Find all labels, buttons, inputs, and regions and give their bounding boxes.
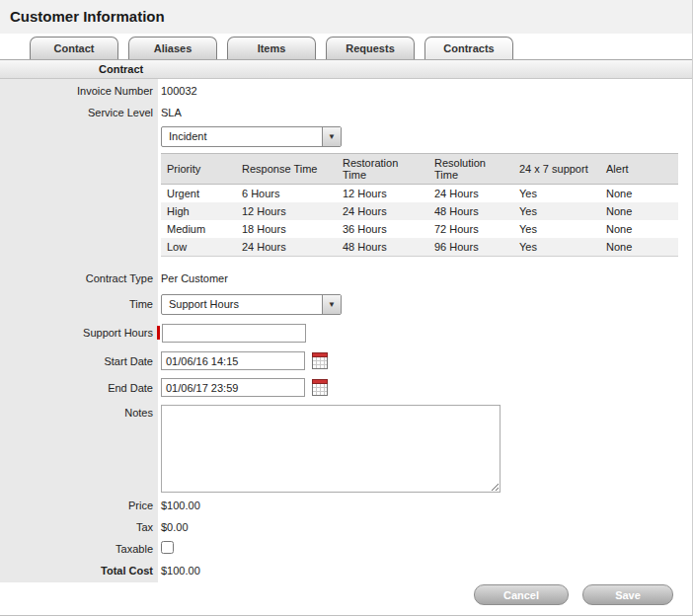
service-level-value: SLA bbox=[161, 107, 182, 118]
tab-bar: Contact Aliases Items Requests Contracts bbox=[30, 37, 513, 59]
tab-contracts[interactable]: Contracts bbox=[424, 37, 513, 59]
total-cost-value: $100.00 bbox=[161, 565, 200, 577]
table-cell: 24 Hours bbox=[236, 238, 337, 257]
cancel-button[interactable]: Cancel bbox=[474, 584, 569, 605]
tab-requests[interactable]: Requests bbox=[326, 37, 415, 59]
table-cell: 48 Hours bbox=[337, 238, 428, 257]
table-cell: Urgent bbox=[161, 185, 236, 203]
invoice-number-label: Invoice Number bbox=[0, 85, 153, 97]
table-cell: 72 Hours bbox=[428, 220, 513, 238]
table-cell: 12 Hours bbox=[337, 185, 428, 203]
table-cell: Yes bbox=[513, 220, 600, 238]
table-cell: Yes bbox=[513, 202, 600, 220]
table-cell: 12 Hours bbox=[236, 202, 337, 220]
table-header-row: Priority Response Time Restoration Time … bbox=[161, 154, 678, 185]
table-cell: 96 Hours bbox=[428, 238, 513, 257]
table-header-cell: Response Time bbox=[236, 154, 337, 185]
end-date-input[interactable] bbox=[161, 378, 305, 397]
table-cell: None bbox=[600, 238, 678, 257]
start-date-input[interactable] bbox=[161, 351, 305, 370]
time-select-value: Support Hours bbox=[169, 298, 239, 310]
table-cell: 24 Hours bbox=[337, 202, 428, 220]
notes-label: Notes bbox=[0, 407, 153, 419]
table-cell: Yes bbox=[513, 238, 600, 257]
tab-aliases[interactable]: Aliases bbox=[128, 37, 217, 59]
tax-value: $0.00 bbox=[161, 521, 189, 533]
calendar-icon[interactable] bbox=[312, 352, 328, 369]
table-cell: None bbox=[600, 185, 678, 203]
sla-priority-table: Priority Response Time Restoration Time … bbox=[161, 153, 678, 257]
table-cell: 24 Hours bbox=[428, 185, 513, 203]
table-cell: 6 Hours bbox=[236, 185, 337, 203]
table-cell: Medium bbox=[161, 220, 236, 238]
save-button[interactable]: Save bbox=[582, 584, 673, 605]
contract-section-header: Contract bbox=[0, 60, 693, 79]
invoice-number-value: 100032 bbox=[161, 85, 197, 97]
process-select[interactable]: Incident ▼ bbox=[161, 126, 342, 147]
tab-contact[interactable]: Contact bbox=[30, 37, 118, 59]
service-level-label: Service Level bbox=[0, 107, 153, 118]
total-cost-label: Total Cost bbox=[0, 565, 153, 577]
table-cell: 48 Hours bbox=[428, 202, 513, 220]
notes-textarea[interactable] bbox=[161, 405, 500, 493]
table-row: Medium 18 Hours 36 Hours 72 Hours Yes No… bbox=[161, 220, 678, 238]
page-title: Customer Information bbox=[10, 8, 165, 25]
calendar-icon-grid bbox=[312, 357, 328, 369]
table-cell: 36 Hours bbox=[337, 220, 428, 238]
table-cell: None bbox=[600, 220, 678, 238]
taxable-label: Taxable bbox=[0, 543, 153, 555]
table-header-cell: Restoration Time bbox=[337, 154, 428, 185]
table-header-cell: Resolution Time bbox=[428, 154, 513, 185]
table-header-cell: Alert bbox=[600, 154, 678, 185]
table-header-cell: 24 x 7 support bbox=[513, 154, 600, 185]
support-hours-label: Support Hours bbox=[0, 327, 153, 339]
taxable-checkbox[interactable] bbox=[161, 541, 174, 554]
table-header-cell: Priority bbox=[161, 154, 236, 185]
support-hours-input[interactable] bbox=[162, 324, 306, 343]
table-row: High 12 Hours 24 Hours 48 Hours Yes None bbox=[161, 202, 678, 220]
tab-items[interactable]: Items bbox=[227, 37, 316, 59]
table-cell: Yes bbox=[513, 185, 600, 203]
end-date-label: End Date bbox=[0, 382, 153, 394]
required-marker bbox=[157, 326, 160, 340]
dropdown-arrow-icon: ▼ bbox=[322, 295, 341, 314]
table-cell: Low bbox=[161, 238, 236, 257]
calendar-icon[interactable] bbox=[312, 379, 328, 396]
table-cell: High bbox=[161, 202, 236, 220]
customer-information-page: Customer Information Contact Aliases Ite… bbox=[0, 0, 693, 616]
table-cell: None bbox=[600, 202, 678, 220]
time-select[interactable]: Support Hours ▼ bbox=[161, 294, 342, 315]
dropdown-arrow-icon: ▼ bbox=[322, 127, 341, 146]
table-row: Low 24 Hours 48 Hours 96 Hours Yes None bbox=[161, 238, 678, 257]
price-label: Price bbox=[0, 500, 153, 511]
contract-type-value: Per Customer bbox=[161, 272, 228, 284]
contract-type-label: Contract Type bbox=[0, 272, 153, 284]
table-cell: 18 Hours bbox=[236, 220, 337, 238]
process-select-value: Incident bbox=[169, 130, 207, 142]
section-title: Contract bbox=[99, 63, 143, 75]
start-date-label: Start Date bbox=[0, 355, 153, 367]
tax-label: Tax bbox=[0, 521, 153, 533]
time-label: Time bbox=[0, 298, 153, 310]
table-row: Urgent 6 Hours 12 Hours 24 Hours Yes Non… bbox=[161, 185, 678, 203]
price-value: $100.00 bbox=[161, 500, 200, 511]
calendar-icon-grid bbox=[312, 384, 328, 396]
